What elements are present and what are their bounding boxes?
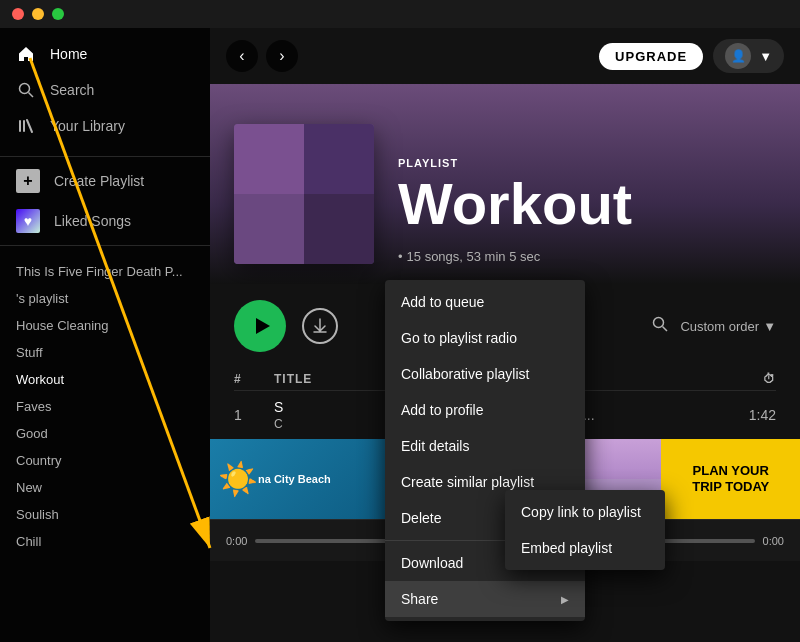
context-menu-overlay: Add to queue Go to playlist radio Collab… [0,0,800,642]
share-label: Share [401,591,438,607]
context-menu-secondary: Copy link to playlist Embed playlist [505,490,665,570]
menu-item-add-to-profile[interactable]: Add to profile [385,392,585,428]
share-chevron: ▶ [561,594,569,605]
menu-item-edit-details[interactable]: Edit details [385,428,585,464]
menu-item-add-to-queue[interactable]: Add to queue [385,284,585,320]
menu-item-collaborative[interactable]: Collaborative playlist [385,356,585,392]
menu-item-embed[interactable]: Embed playlist [505,530,665,566]
menu-item-copy-link[interactable]: Copy link to playlist [505,494,665,530]
menu-item-playlist-radio[interactable]: Go to playlist radio [385,320,585,356]
menu-item-share[interactable]: Share ▶ [385,581,585,617]
